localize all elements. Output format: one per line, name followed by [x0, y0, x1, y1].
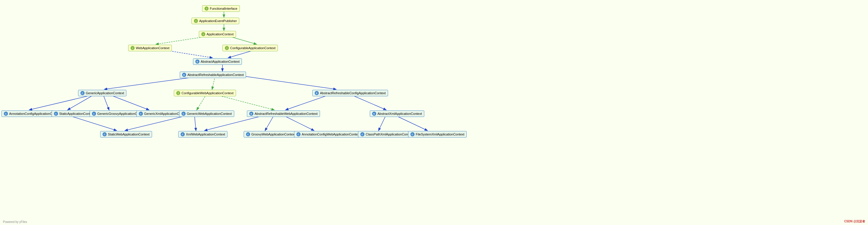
diagram-container: I FunctionalInterface I ApplicationEvent… [0, 0, 868, 225]
label-AbstractRefreshableWebApplicationContext: AbstractRefreshableWebApplicationContext [254, 112, 318, 116]
node-GroovyWebApplicationContext: C GroovyWebApplicationContext [244, 131, 298, 137]
badge-FunctionalInterface: I [205, 6, 209, 10]
badge-FileSystemXmlApplicationContext: C [410, 132, 414, 136]
node-GenericApplicationContext: C GenericApplicationContext [78, 90, 126, 96]
badge-GenericXmlApplicationContext: C [139, 111, 143, 116]
node-ClassPathXmlApplicationContext: C ClassPathXmlApplicationContext [358, 131, 415, 137]
label-ApplicationEventPublisher: ApplicationEventPublisher [199, 19, 237, 23]
node-XmlWebApplicationContext: C XmlWebApplicationContext [178, 131, 227, 137]
badge-ApplicationContext: I [201, 32, 205, 36]
badge-AbstractRefreshableWebApplicationContext: E [249, 111, 253, 116]
svg-line-19 [194, 115, 196, 130]
svg-line-10 [29, 95, 94, 110]
node-ApplicationEventPublisher: I ApplicationEventPublisher [191, 18, 239, 24]
svg-line-12 [103, 95, 109, 110]
label-WebApplicationContext: WebApplicationContext [136, 46, 169, 50]
badge-AnnotationConfigWebApplicationContext: C [297, 132, 301, 136]
label-AbstractRefreshableApplicationContext: AbstractRefreshableApplicationContext [187, 73, 244, 76]
node-AbstractRefreshableWebApplicationContext: E AbstractRefreshableWebApplicationConte… [247, 110, 320, 117]
footer-right: CSDN @沉淀者 [844, 219, 865, 224]
svg-line-9 [245, 76, 336, 89]
svg-line-8 [212, 76, 215, 89]
svg-line-13 [109, 95, 149, 110]
label-AbstractRefreshableConfigApplicationContext: AbstractRefreshableConfigApplicationCont… [320, 91, 386, 95]
badge-StaticApplicationContext: C [54, 111, 58, 116]
node-FunctionalInterface: I FunctionalInterface [202, 5, 240, 12]
node-StaticWebApplicationContext: C StaticWebApplicationContext [100, 131, 152, 137]
node-FileSystemXmlApplicationContext: C FileSystemXmlApplicationContext [408, 131, 467, 137]
badge-ApplicationEventPublisher: I [194, 19, 198, 23]
svg-line-23 [379, 115, 386, 130]
svg-line-14 [197, 95, 206, 110]
svg-line-17 [351, 95, 386, 110]
badge-GenericGroovyApplicationContext: C [92, 111, 96, 116]
label-XmlWebApplicationContext: XmlWebApplicationContext [186, 132, 225, 136]
svg-line-11 [68, 95, 94, 110]
label-ConfigurableApplicationContext: ConfigurableApplicationContext [230, 46, 276, 50]
badge-ConfigurableApplicationContext: I [225, 46, 229, 50]
svg-line-15 [215, 95, 274, 110]
badge-XmlWebApplicationContext: C [181, 132, 185, 136]
label-GroovyWebApplicationContext: GroovyWebApplicationContext [251, 132, 296, 136]
badge-AbstractRefreshableApplicationContext: E [182, 73, 186, 77]
badge-StaticWebApplicationContext: C [102, 132, 107, 136]
svg-line-22 [283, 115, 314, 130]
badge-WebApplicationContext: I [130, 46, 135, 50]
badge-GenericApplicationContext: C [81, 91, 85, 95]
svg-line-21 [265, 115, 274, 130]
svg-line-7 [104, 76, 200, 89]
badge-GroovyWebApplicationContext: C [246, 132, 250, 136]
badge-AnnotationConfigApplicationContext: C [4, 111, 8, 116]
label-StaticApplicationContext: StaticApplicationContext [59, 112, 94, 116]
node-WebApplicationContext: I WebApplicationContext [128, 45, 172, 51]
node-ConfigurableApplicationContext: I ConfigurableApplicationContext [222, 45, 278, 51]
label-AbstractXmlApplicationContext: AbstractXmlApplicationContext [377, 112, 422, 116]
label-AnnotationConfigWebApplicationContext: AnnotationConfigWebApplicationContext [302, 132, 360, 136]
node-ConfigurableWebApplicationContext: I ConfigurableWebApplicationContext [174, 90, 236, 96]
label-FunctionalInterface: FunctionalInterface [210, 7, 238, 10]
svg-line-20 [205, 115, 265, 130]
label-GenericWebApplicationContext: GenericWebApplicationContext [187, 112, 232, 116]
badge-AbstractApplicationContext: E [195, 60, 199, 64]
label-ApplicationContext: ApplicationContext [207, 32, 234, 36]
label-GenericApplicationContext: GenericApplicationContext [86, 91, 124, 95]
svg-line-16 [286, 95, 330, 110]
badge-ConfigurableWebApplicationContext: I [176, 91, 180, 95]
node-AnnotationConfigWebApplicationContext: C AnnotationConfigWebApplicationContext [294, 131, 363, 137]
node-GenericWebApplicationContext: C GenericWebApplicationContext [179, 110, 234, 117]
badge-AbstractRefreshableConfigApplicationContext: E [315, 91, 319, 95]
node-AbstractApplicationContext: E AbstractApplicationContext [193, 58, 242, 65]
footer-left: Powered by yFiles [3, 220, 27, 224]
label-StaticWebApplicationContext: StaticWebApplicationContext [108, 132, 150, 136]
svg-line-24 [395, 115, 427, 130]
svg-line-25 [68, 115, 116, 130]
label-AbstractApplicationContext: AbstractApplicationContext [200, 60, 240, 63]
badge-GenericWebApplicationContext: C [182, 111, 186, 116]
node-ApplicationContext: I ApplicationContext [199, 31, 236, 37]
label-FileSystemXmlApplicationContext: FileSystemXmlApplicationContext [416, 132, 464, 136]
node-AbstractRefreshableConfigApplicationContext: E AbstractRefreshableConfigApplicationCo… [312, 90, 388, 96]
node-AbstractXmlApplicationContext: E AbstractXmlApplicationContext [370, 110, 424, 117]
badge-ClassPathXmlApplicationContext: C [360, 132, 365, 136]
label-ConfigurableWebApplicationContext: ConfigurableWebApplicationContext [182, 91, 234, 95]
node-AbstractRefreshableApplicationContext: E AbstractRefreshableApplicationContext [180, 71, 246, 78]
label-ClassPathXmlApplicationContext: ClassPathXmlApplicationContext [366, 132, 413, 136]
svg-line-18 [125, 115, 189, 130]
badge-AbstractXmlApplicationContext: E [372, 111, 376, 116]
